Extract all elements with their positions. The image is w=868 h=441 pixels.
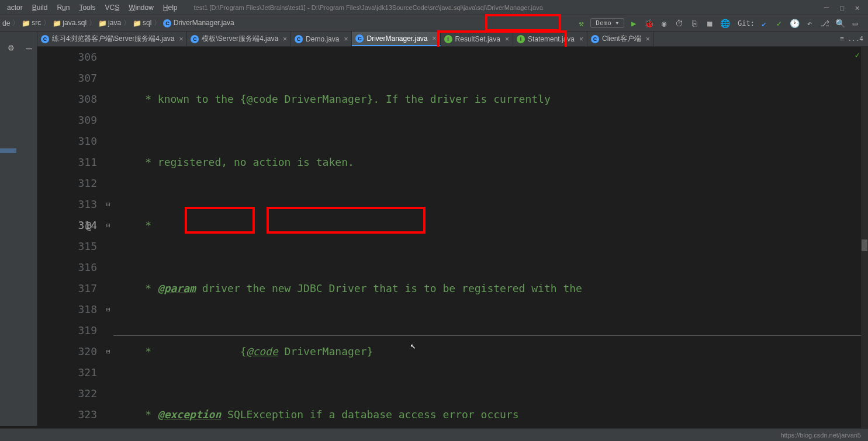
bc-item[interactable]: C DriverManager.java — [163, 19, 234, 27]
line-number: 319 — [37, 320, 113, 341]
coverage-icon[interactable]: ◉ — [658, 18, 670, 29]
menu-window[interactable]: Window — [124, 2, 158, 13]
browser-icon[interactable]: 🌐 — [719, 18, 731, 29]
tab-close-icon[interactable]: × — [433, 34, 437, 43]
layout-icon[interactable]: ▭ — [849, 18, 861, 29]
profile-icon[interactable]: ⏱ — [673, 18, 685, 29]
debug-icon[interactable]: 🐞 — [643, 18, 655, 29]
menu-vcs[interactable]: VCS — [100, 2, 124, 13]
class-icon: C — [355, 34, 364, 43]
tab-overflow[interactable]: ≡ ...4 — [835, 35, 868, 43]
tab-close-icon[interactable]: × — [646, 35, 650, 43]
attach-icon[interactable]: ⎘ — [689, 18, 700, 29]
tab-close-icon[interactable]: × — [579, 35, 583, 43]
folder-icon — [98, 19, 106, 27]
git-rollback-icon[interactable]: ↶ — [804, 18, 815, 29]
git-branch-icon[interactable]: ⎇ — [819, 18, 831, 29]
tab-drivermanager[interactable]: CDriverManager.java× — [352, 32, 440, 46]
window-controls: ─ ☐ ✕ — [818, 3, 866, 12]
code-text: driver the new JDBC Driver that is to be… — [196, 282, 582, 294]
code-area[interactable]: * known to the {@code DriverManager}. If… — [113, 47, 861, 428]
fold-icon[interactable]: ⊟ — [106, 194, 110, 215]
window-title: test1 [D:\Program Files\JetBrains\test1]… — [194, 4, 818, 11]
line-number: 321 — [37, 362, 113, 383]
bc-item[interactable]: java — [98, 19, 121, 27]
bc-item[interactable]: sql — [133, 19, 151, 27]
bc-item[interactable]: java.sql — [53, 19, 87, 27]
line-number: 315 — [37, 236, 113, 257]
menubar: actor Build Run Tools VCS Window Help te… — [0, 0, 868, 15]
sidebar-left: ⚙ — — [0, 32, 37, 426]
tab-close-icon[interactable]: × — [179, 35, 183, 43]
watermark: https://blog.csdn.net/jarvan5 — [780, 432, 861, 439]
hammer-icon[interactable]: ⚒ — [575, 18, 587, 29]
line-number: 318 — [37, 299, 113, 320]
class-icon: C — [163, 19, 171, 27]
code-text: * — [113, 408, 158, 421]
code-text: SQLException if a database access error … — [221, 408, 518, 421]
menu-run[interactable]: Run — [52, 2, 74, 13]
annotation-box-static — [185, 207, 255, 234]
class-icon: C — [191, 35, 199, 43]
tab-client[interactable]: CClient客户端× — [587, 32, 654, 46]
code-text: * — [113, 282, 158, 294]
line-number: 317 — [37, 278, 113, 299]
class-icon: C — [41, 35, 49, 43]
fold-icon[interactable]: ⊟ — [106, 299, 110, 320]
menu-refactor[interactable]: actor — [2, 2, 27, 13]
fold-icon[interactable]: ⊟ — [106, 215, 110, 236]
folder-icon — [133, 19, 141, 27]
menu-help[interactable]: Help — [158, 2, 182, 13]
stop-icon[interactable]: ■ — [704, 18, 715, 29]
bc-item[interactable]: src — [22, 19, 41, 27]
git-label: Git: — [738, 19, 755, 27]
annotation-icon[interactable]: @ — [85, 215, 92, 236]
folder-icon — [53, 19, 61, 27]
run-icon[interactable]: ▶ — [628, 18, 639, 29]
close-icon[interactable]: ✕ — [855, 3, 860, 12]
annotation-box-method — [267, 207, 426, 234]
line-number-current: 314 — [37, 215, 113, 236]
scrollbar-thumb[interactable] — [862, 239, 867, 251]
method-separator — [113, 335, 861, 336]
line-number: 312 — [37, 173, 113, 194]
tab-close-icon[interactable]: × — [344, 35, 348, 43]
run-config-dropdown[interactable]: Demo ▾ — [590, 18, 624, 28]
javadoc-tag: @param — [158, 282, 196, 294]
javadoc-tag: @code — [247, 345, 278, 357]
mouse-cursor-icon: ↖ — [410, 335, 416, 356]
maximize-icon[interactable]: ☐ — [839, 3, 844, 12]
code-text: DriverManager} — [278, 345, 374, 357]
fold-icon[interactable]: ⊟ — [106, 341, 110, 362]
git-update-icon[interactable]: ↙ — [758, 18, 770, 29]
breadcrumb[interactable]: de〉 src〉 java.sql〉 java〉 sql〉 C DriverMa… — [2, 18, 234, 28]
gear-icon[interactable]: ⚙ — [8, 42, 14, 53]
collapse-icon[interactable]: — — [26, 42, 32, 54]
statusbar: https://blog.csdn.net/jarvan5 — [0, 428, 868, 441]
minimize-icon[interactable]: ─ — [824, 3, 829, 12]
tab-demo[interactable]: CDemo.java× — [291, 32, 352, 46]
line-number: 308 — [37, 89, 113, 110]
line-number: 311 — [37, 152, 113, 173]
menu-tools[interactable]: Tools — [74, 2, 100, 13]
tab-file-2[interactable]: C模板\Server服务端4.java× — [187, 32, 291, 46]
tab-close-icon[interactable]: × — [283, 35, 287, 43]
bc-item[interactable]: de — [2, 19, 10, 27]
code-text: * registered, no action is taken. — [113, 156, 354, 168]
code-text: * { — [113, 345, 247, 357]
toolbar: ⚒ Demo ▾ ▶ 🐞 ◉ ⏱ ⎘ ■ 🌐 Git: ↙ ✓ 🕐 ↶ ⎇ 🔍 … — [575, 18, 866, 29]
search-icon[interactable]: 🔍 — [834, 18, 846, 29]
code-editor[interactable]: 306 307 308 309 310 311 312 313 314 @ 31… — [37, 47, 868, 428]
git-commit-icon[interactable]: ✓ — [773, 18, 785, 29]
navbar: de〉 src〉 java.sql〉 java〉 sql〉 C DriverMa… — [0, 15, 868, 32]
menu-build[interactable]: Build — [27, 2, 53, 13]
line-number: 307 — [37, 68, 113, 89]
tab-file-1[interactable]: C练习4浏览器客户端\Server服务端4.java× — [37, 32, 187, 46]
check-icon: ✓ — [855, 50, 860, 60]
line-number: 310 — [37, 131, 113, 152]
line-number: 323 — [37, 404, 113, 425]
git-history-icon[interactable]: 🕐 — [789, 18, 800, 29]
vertical-scrollbar[interactable] — [861, 47, 868, 428]
class-icon: C — [295, 35, 303, 43]
line-number: 309 — [37, 110, 113, 131]
